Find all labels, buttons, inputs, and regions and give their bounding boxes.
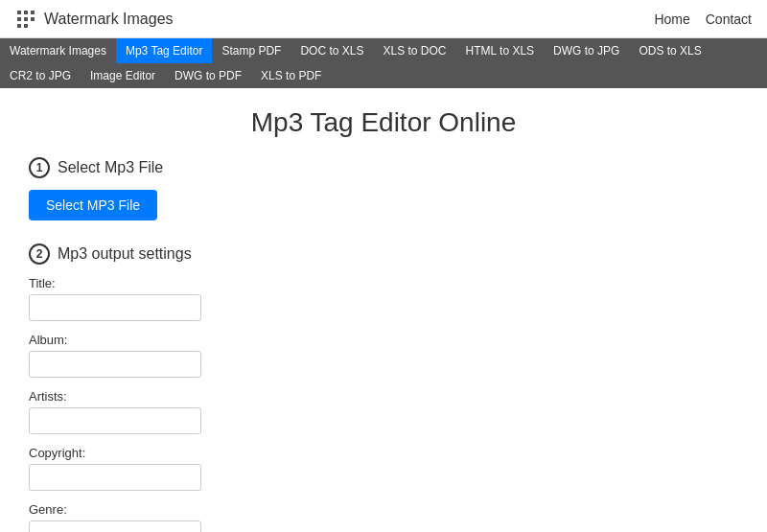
svg-rect-4 <box>24 17 28 21</box>
step1-circle: 1 <box>29 157 50 178</box>
artists-input-label: Artists: <box>29 389 738 404</box>
album-input-label: Album: <box>29 333 738 347</box>
artists-input[interactable] <box>29 407 201 434</box>
secondary-nav-item[interactable]: DWG to PDF <box>165 63 251 88</box>
logo-area: Watermark Images <box>15 9 174 30</box>
genre-input-label: Genre: <box>29 502 738 517</box>
copyright-input-label: Copyright: <box>29 446 738 460</box>
form-group: Artists: <box>29 389 738 434</box>
secondary-nav-item[interactable]: Image Editor <box>81 63 165 88</box>
top-links: Home Contact <box>654 12 752 27</box>
form-group: Genre: <box>29 502 738 532</box>
secondary-nav-item[interactable]: ODS to XLS <box>629 38 710 63</box>
home-link[interactable]: Home <box>654 12 689 27</box>
page-title: Mp3 Tag Editor Online <box>29 107 738 138</box>
svg-rect-2 <box>31 11 35 14</box>
main-content: Mp3 Tag Editor Online 1 Select Mp3 File … <box>0 88 767 532</box>
contact-link[interactable]: Contact <box>706 12 752 27</box>
form-section: Title:Album:Artists:Copyright:Genre:Year… <box>29 276 738 532</box>
svg-rect-0 <box>17 11 21 14</box>
step2-heading: 2 Mp3 output settings <box>29 243 738 265</box>
copyright-input[interactable] <box>29 464 201 491</box>
top-nav: Watermark Images Home Contact <box>0 0 767 38</box>
title-input[interactable] <box>29 294 201 321</box>
step1-heading: 1 Select Mp3 File <box>29 157 738 178</box>
step2-circle: 2 <box>29 243 50 265</box>
genre-input[interactable] <box>29 520 201 532</box>
secondary-nav-item[interactable]: CR2 to JPG <box>0 63 81 88</box>
secondary-nav-item[interactable]: Mp3 Tag Editor <box>116 38 213 63</box>
secondary-nav-item[interactable]: XLS to DOC <box>373 38 455 63</box>
secondary-nav-item[interactable]: DOC to XLS <box>291 38 373 63</box>
logo-icon <box>15 9 36 30</box>
svg-rect-7 <box>24 24 28 28</box>
form-group: Album: <box>29 333 738 378</box>
secondary-nav-item[interactable]: Stamp PDF <box>212 38 291 63</box>
step2-label: Mp3 output settings <box>58 245 192 263</box>
form-group: Title: <box>29 276 738 321</box>
step1-label: Select Mp3 File <box>58 159 163 176</box>
album-input[interactable] <box>29 351 201 378</box>
secondary-nav-item[interactable]: Watermark Images <box>0 38 116 63</box>
secondary-nav-item[interactable]: DWG to JPG <box>544 38 629 63</box>
form-group: Copyright: <box>29 446 738 491</box>
title-input-label: Title: <box>29 276 738 290</box>
svg-rect-5 <box>31 17 35 21</box>
secondary-nav-item[interactable]: HTML to XLS <box>456 38 545 63</box>
secondary-nav: Watermark ImagesMp3 Tag EditorStamp PDFD… <box>0 38 767 88</box>
svg-rect-1 <box>24 11 28 14</box>
select-mp3-button[interactable]: Select MP3 File <box>29 190 157 220</box>
svg-rect-3 <box>17 17 21 21</box>
logo-text: Watermark Images <box>44 11 174 28</box>
svg-rect-6 <box>17 24 21 28</box>
secondary-nav-item[interactable]: XLS to PDF <box>251 63 331 88</box>
